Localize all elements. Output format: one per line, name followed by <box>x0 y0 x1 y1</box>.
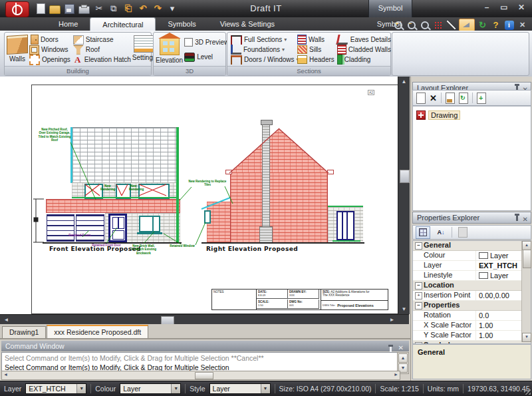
insert-page-icon[interactable] <box>477 93 486 104</box>
doors-button[interactable]: Doors <box>29 35 70 45</box>
property-linestyle[interactable]: LinestyleLayer <box>413 271 531 281</box>
close-ribbon-icon[interactable]: ✕ <box>517 20 528 31</box>
layer-dropdown[interactable]: EXT_HTCH▼ <box>25 383 86 394</box>
tab-symbols[interactable]: Symbols <box>156 17 207 31</box>
scroll-down-icon[interactable]: ▼ <box>399 305 409 313</box>
export-page-icon[interactable] <box>446 93 455 104</box>
doc-tab-drawing1[interactable]: Drawing1 <box>2 326 46 338</box>
context-tab-symbol[interactable]: Symbol <box>368 0 412 18</box>
openings-button[interactable]: Openings <box>29 55 70 65</box>
pin-icon[interactable] <box>516 216 518 221</box>
command-horizontal-scrollbar[interactable]: ◄ ► <box>1 371 400 380</box>
sort-az-icon[interactable]: A↓ <box>434 226 448 239</box>
new-icon[interactable] <box>37 3 45 14</box>
canvas-horizontal-scrollbar[interactable]: ◄ ► <box>0 314 409 325</box>
scroll-right-icon[interactable]: ► <box>387 315 397 324</box>
scroll-left-icon[interactable]: ◄ <box>3 371 8 378</box>
dropdown-arrow-icon[interactable]: ▼ <box>76 384 86 393</box>
staircase-button[interactable]: Staircase <box>73 35 131 45</box>
new-page-icon[interactable] <box>416 93 426 104</box>
section-walls-button[interactable]: Walls <box>297 35 334 45</box>
property-layer[interactable]: LayerEXT_HTCH <box>413 261 531 271</box>
zoom-extents-icon[interactable] <box>419 20 430 31</box>
copy-icon[interactable]: ⧉ <box>108 3 119 14</box>
canvas-vertical-scrollbar[interactable]: ▲ ▼ <box>398 77 410 314</box>
style-dropdown[interactable]: Layer▼ <box>209 383 271 394</box>
maximize-button[interactable]: ▭ <box>499 3 509 12</box>
close-panel-icon[interactable]: ✕ <box>523 214 528 225</box>
scroll-down-icon[interactable]: ▼ <box>522 333 531 342</box>
tab-home[interactable]: Home <box>47 17 90 31</box>
colour-dropdown[interactable]: Layer▼ <box>120 383 181 394</box>
category-location[interactable]: −Location <box>413 281 531 291</box>
scroll-right-icon[interactable]: ► <box>394 371 398 378</box>
cut-icon[interactable]: ✂ <box>94 3 104 14</box>
property-colour[interactable]: ColourLayer <box>413 251 531 261</box>
open-icon[interactable] <box>49 5 61 14</box>
properties-scrollbar[interactable]: ▲ ▼ <box>521 241 531 342</box>
customize-chevron-icon[interactable]: ▾ <box>167 3 178 14</box>
headers-button[interactable]: Headers <box>297 55 334 65</box>
cladding-button[interactable]: Cladding <box>337 55 391 65</box>
paste-icon[interactable]: ⎗ <box>123 3 134 14</box>
layout-explorer-list[interactable]: Drawing <box>412 106 531 211</box>
windows-button[interactable]: Windows <box>29 45 70 55</box>
sills-button[interactable]: Sills <box>297 45 334 55</box>
property-insertion-point[interactable]: +Insertion Point0.00,0.00 <box>413 291 531 301</box>
elevation-hatch-button[interactable]: AElevation Hatch <box>73 55 131 65</box>
walls-button[interactable]: Walls <box>7 34 28 65</box>
elevation-button[interactable]: Elevation <box>156 34 183 65</box>
dropdown-arrow-icon[interactable]: ▼ <box>171 384 180 393</box>
command-history[interactable]: Select Command or Item(s) to Modify, Cli… <box>1 352 398 373</box>
horizontal-scroll-thumb[interactable] <box>195 372 213 379</box>
properties-explorer-titlebar[interactable]: Properties Explorer ✕ <box>412 212 531 224</box>
foundations-button[interactable]: Foundations▾ <box>231 45 295 55</box>
snap-grid-icon[interactable] <box>432 20 444 31</box>
dropdown-arrow-icon[interactable]: ▼ <box>261 384 270 393</box>
redo-icon[interactable]: ↷ <box>152 3 163 14</box>
property-rotation[interactable]: Rotation0.0 <box>413 311 531 321</box>
delete-icon[interactable]: ✕ <box>430 93 437 103</box>
tab-views-settings[interactable]: Views & Settings <box>208 17 287 31</box>
undo-icon[interactable]: ↶ <box>138 3 148 14</box>
minimize-button[interactable]: – <box>481 3 492 12</box>
active-tool-icon[interactable] <box>459 19 475 31</box>
drawing-canvas[interactable]: A2 New Rendering New Rendering <box>0 77 398 314</box>
3d-preview-checkbox[interactable]: 3D Preview <box>184 37 229 47</box>
print-icon[interactable] <box>78 6 90 14</box>
windows-icon <box>29 45 39 55</box>
scroll-up-icon[interactable]: ▲ <box>398 353 408 363</box>
category-general[interactable]: −General <box>413 241 531 251</box>
refresh-page-icon[interactable] <box>459 93 468 104</box>
level-button[interactable]: Level <box>184 52 229 62</box>
category-properties[interactable]: −Properties <box>413 301 531 311</box>
scroll-thumb[interactable] <box>523 250 531 268</box>
scroll-up-icon[interactable]: ▲ <box>522 241 531 250</box>
cladded-walls-button[interactable]: Cladded Walls <box>337 45 391 55</box>
ortho-icon[interactable] <box>446 20 457 31</box>
save-icon[interactable] <box>65 4 74 14</box>
full-sections-button[interactable]: Full Sections▾ <box>231 35 295 45</box>
close-button[interactable]: ✕ <box>516 3 527 12</box>
properties-grid[interactable]: −General ColourLayer LayerEXT_HTCH Lines… <box>412 240 531 344</box>
zoom-in-icon[interactable]: + <box>392 20 404 31</box>
layout-item-drawing[interactable]: Drawing <box>416 110 460 120</box>
refresh-icon[interactable]: ↻ <box>477 20 488 31</box>
vertical-scroll-thumb[interactable] <box>400 170 410 183</box>
property-x-scale[interactable]: X Scale Factor1.00 <box>413 321 531 331</box>
zoom-out-icon[interactable]: − <box>406 20 417 31</box>
property-y-scale[interactable]: Y Scale Factor1.00 <box>413 331 531 341</box>
tab-architectural[interactable]: Architectural <box>90 17 156 31</box>
info-icon[interactable]: i <box>503 20 515 31</box>
scroll-up-icon[interactable]: ▲ <box>399 77 409 86</box>
roof-button[interactable]: Roof <box>73 45 131 55</box>
help-icon[interactable]: ? <box>490 20 501 31</box>
eaves-details-button[interactable]: Eaves Details <box>337 35 391 45</box>
resize-grip[interactable] <box>524 388 531 395</box>
doors-windows-button[interactable]: Doors / Windows▾ <box>231 55 295 65</box>
categorized-icon[interactable] <box>416 226 430 239</box>
full-sections-icon <box>231 35 242 45</box>
command-window-titlebar[interactable]: Command Window ✕ <box>1 341 409 351</box>
scroll-left-icon[interactable]: ◄ <box>1 315 11 324</box>
doc-tab-residence[interactable]: xxx Residence Proposed.dft <box>47 325 148 338</box>
